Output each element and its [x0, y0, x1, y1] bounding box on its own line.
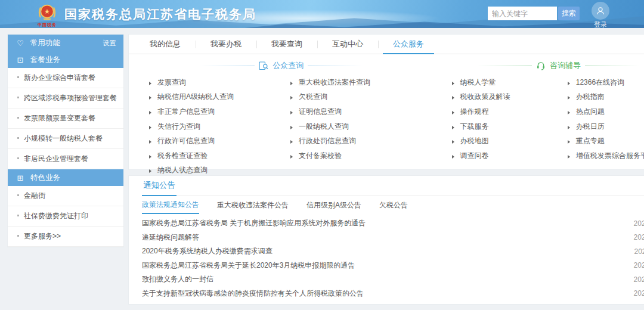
query-link[interactable]: 重大税收违法案件查询 — [290, 78, 370, 88]
site-title: 国家税务总局江苏省电子税务局 — [64, 6, 256, 23]
sidebar-blue-header: ⊞ 特色业务 — [8, 169, 123, 186]
consult-link[interactable]: 操作规程 — [452, 107, 489, 117]
notice-tab-policy[interactable]: 政策法规通知公告 — [142, 196, 199, 214]
search-button[interactable]: 搜索 — [558, 7, 580, 20]
query-link[interactable]: 欠税查询 — [290, 92, 327, 102]
page-content: ♡ 常用功能 设置 ⊡ 套餐业务 新办企业综合申请套餐 跨区域涉税事项报验管理套… — [0, 28, 644, 305]
query-link[interactable]: 证明信息查询 — [290, 107, 342, 117]
consult-link[interactable]: 重点专题 — [568, 136, 605, 146]
tab-query[interactable]: 我要查询 — [256, 35, 317, 54]
svg-text:★: ★ — [44, 8, 50, 15]
consult-link[interactable]: 下载服务 — [452, 122, 489, 132]
query-link[interactable]: 发票查询 — [149, 78, 186, 88]
notice-title[interactable]: 通知公告 — [142, 176, 177, 196]
query-link[interactable]: 纳税信用A级纳税人查询 — [149, 92, 234, 102]
tax-emblem-logo: ★ 中国税务 — [37, 2, 57, 27]
main-column: 我的信息 我要办税 我要查询 互动中心 公众服务 公众查询 — [128, 34, 644, 305]
sidebar-item[interactable]: 金融街 — [8, 186, 123, 206]
search-input[interactable] — [488, 7, 557, 20]
sidebar-item[interactable]: 社保费缴费凭证打印 — [8, 206, 123, 226]
notice-row: 关于支持新型冠状病毒感染的肺炎疫情防控有关个人所得税政策的公告 2020-02-… — [142, 287, 644, 301]
notice-row: 国家税务总局江苏省税务局关于延长2020年3月纳税申报期限的通告 2020-03… — [142, 259, 644, 273]
notice-row-title[interactable]: 致扣缴义务人的一封信 — [142, 274, 213, 284]
consult-link[interactable]: 增值税发票综合服务平台 — [568, 151, 644, 161]
tab-public-service[interactable]: 公众服务 — [378, 35, 439, 54]
public-query-title: 公众查询 — [273, 60, 304, 71]
sidebar-item[interactable]: 小规模转一般纳税人套餐 — [8, 129, 123, 148]
sidebar-group-label: 特色业务 — [30, 173, 60, 183]
notice-row-title[interactable]: 国家税务总局江苏省税务局关于延长2020年3月纳税申报期限的通告 — [142, 261, 355, 271]
consult-link[interactable]: 热点问题 — [568, 107, 605, 117]
sidebar-item[interactable]: 非居民企业管理套餐 — [8, 149, 123, 169]
headset-icon — [536, 61, 546, 70]
notice-row-title[interactable]: 2020年税务系统纳税人办税缴费需求调查 — [142, 246, 273, 256]
notice-tab-major-violation[interactable]: 重大税收违法案件公告 — [217, 196, 289, 214]
notice-row-title[interactable]: 递延纳税问题解答 — [142, 232, 199, 243]
sidebar-group-package-business[interactable]: ⊡ 套餐业务 — [8, 51, 123, 68]
query-link[interactable]: 税务检查证查验 — [149, 151, 208, 161]
notice-row-title[interactable]: 关于支持新型冠状病毒感染的肺炎疫情防控有关个人所得税政策的公告 — [142, 289, 364, 299]
notice-tab-credit-a[interactable]: 信用级别A级公告 — [306, 196, 361, 214]
query-link[interactable]: 行政处罚信息查询 — [290, 136, 356, 146]
notice-row-date: 2020-10-20 — [634, 219, 644, 228]
sidebar-package-list: 新办企业综合申请套餐 跨区域涉税事项报验管理套餐 发票限额票量变更套餐 小规模转… — [8, 68, 123, 169]
sidebar-item[interactable]: 发票限额票量变更套餐 — [8, 108, 123, 128]
consult-column-1: 纳税人学堂 税收政策及解读 操作规程 下载服务 办税地图 调查问卷 — [452, 75, 568, 163]
consult-guide-columns: 纳税人学堂 税收政策及解读 操作规程 下载服务 办税地图 调查问卷 12366在… — [434, 75, 644, 163]
sidebar-item-more-services[interactable]: 更多服务>> — [8, 227, 123, 246]
consult-link[interactable]: 办税地图 — [452, 136, 489, 146]
service-sections: 公众查询 发票查询 纳税信用A级纳税人查询 非正常户信息查询 失信行为查询 行政… — [129, 54, 644, 178]
notice-row-title[interactable]: 国家税务总局江苏省税务局 关于机房搬迁影响应用系统对外服务的通告 — [142, 218, 366, 228]
consult-link[interactable]: 纳税人学堂 — [452, 78, 496, 88]
public-query-section: 公众查询 发票查询 纳税信用A级纳税人查询 非正常户信息查询 失信行为查询 行政… — [129, 60, 434, 178]
header: ★ 中国税务 国家税务总局江苏省电子税务局 搜索 登录 — [0, 0, 644, 28]
query-link[interactable]: 失信行为查询 — [149, 122, 200, 132]
notice-row: 2020年税务系统纳税人办税缴费需求调查 2020-03-11 — [142, 244, 644, 259]
query-link[interactable]: 纳税人状态查询 — [149, 165, 208, 175]
sidebar-blue-header: ♡ 常用功能 设置 ⊡ 套餐业务 — [8, 35, 123, 68]
sidebar-group-label: 常用功能 — [30, 38, 60, 48]
services-panel: 我的信息 我要办税 我要查询 互动中心 公众服务 公众查询 — [128, 34, 644, 170]
consult-link[interactable]: 调查问卷 — [452, 151, 489, 161]
notice-list: 国家税务总局江苏省税务局 关于机房搬迁影响应用系统对外服务的通告 2020-10… — [142, 216, 644, 300]
sidebar-item[interactable]: 跨区域涉税事项报验管理套餐 — [8, 88, 123, 108]
search-doc-icon — [259, 61, 268, 70]
query-link[interactable]: 支付备案校验 — [290, 151, 342, 161]
tab-my-info[interactable]: 我的信息 — [135, 35, 196, 54]
notice-row: 致扣缴义务人的一封信 2020-02-28 — [142, 272, 644, 287]
consult-link[interactable]: 12366在线咨询 — [568, 78, 624, 88]
notice-row: 递延纳税问题解答 2020-08-28 — [142, 231, 644, 245]
tab-tax-handling[interactable]: 我要办税 — [196, 35, 256, 54]
notice-row-date: 2020-08-28 — [634, 233, 644, 241]
consult-link[interactable]: 办税指南 — [568, 92, 605, 102]
consult-link[interactable]: 办税日历 — [568, 122, 605, 132]
tax-emblem-icon: ★ — [37, 2, 57, 22]
package-icon: ⊡ — [16, 55, 24, 64]
sidebar-group-common-functions[interactable]: ♡ 常用功能 设置 — [8, 35, 123, 51]
settings-link[interactable]: 设置 — [103, 39, 116, 48]
query-link[interactable]: 一般纳税人查询 — [290, 122, 349, 132]
query-column-1: 发票查询 纳税信用A级纳税人查询 非正常户信息查询 失信行为查询 行政许可信息查… — [149, 75, 290, 178]
notice-tabs: 政策法规通知公告 重大税收违法案件公告 信用级别A级公告 欠税公告 — [142, 196, 644, 214]
sidebar-special-list: 金融街 社保费缴费凭证打印 更多服务>> — [8, 186, 123, 247]
public-query-header: 公众查询 — [129, 60, 434, 72]
notice-tab-tax-arrears[interactable]: 欠税公告 — [379, 196, 408, 214]
consult-column-2: 12366在线咨询 办税指南 热点问题 办税日历 重点专题 增值税发票综合服务平… — [568, 75, 644, 163]
tab-interaction-center[interactable]: 互动中心 — [317, 35, 378, 54]
notice-row-date: 2020-02-16 — [634, 289, 644, 297]
notice-row: 国家税务总局江苏省税务局 关于机房搬迁影响应用系统对外服务的通告 2020-10… — [142, 216, 644, 231]
consult-link[interactable]: 税收政策及解读 — [452, 92, 510, 102]
notice-head: 通知公告 更多>> — [142, 176, 644, 196]
sidebar-item[interactable]: 新办企业综合申请套餐 — [8, 68, 123, 88]
query-link[interactable]: 非正常户信息查询 — [149, 107, 215, 117]
user-avatar-icon[interactable] — [592, 2, 609, 20]
public-query-columns: 发票查询 纳税信用A级纳税人查询 非正常户信息查询 失信行为查询 行政许可信息查… — [129, 75, 434, 178]
sidebar-group-special-business[interactable]: ⊞ 特色业务 — [8, 169, 123, 186]
login-stack: 登录 — [592, 2, 609, 28]
search-group: 搜索 — [488, 7, 580, 20]
query-link[interactable]: 行政许可信息查询 — [149, 136, 215, 146]
header-right: 搜索 登录 — [488, 0, 644, 28]
consult-guide-header: 咨询辅导 — [434, 60, 644, 72]
login-link[interactable]: 登录 — [594, 20, 607, 28]
grid-icon: ⊞ — [16, 173, 24, 182]
